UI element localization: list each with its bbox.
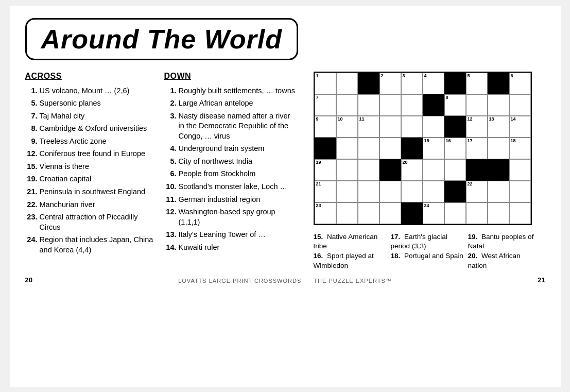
clue-number: 15. bbox=[314, 233, 325, 241]
white-cell[interactable] bbox=[488, 138, 509, 159]
white-cell[interactable]: 1 bbox=[315, 73, 336, 94]
white-cell[interactable]: 23 bbox=[315, 202, 336, 224]
white-cell[interactable]: 8 bbox=[444, 94, 466, 116]
white-cell[interactable] bbox=[358, 181, 379, 202]
white-cell[interactable]: 16 bbox=[444, 138, 466, 159]
white-cell[interactable] bbox=[379, 94, 401, 116]
white-cell[interactable]: 19 bbox=[315, 159, 336, 181]
white-cell[interactable] bbox=[379, 138, 401, 159]
across-clue-item: 24.Region that includes Japan, China and… bbox=[25, 235, 159, 255]
clue-text: Cambridge & Oxford universities bbox=[40, 124, 147, 134]
clue-text: Roughly built settlements, … towns bbox=[179, 86, 295, 96]
white-cell[interactable] bbox=[336, 94, 358, 116]
white-cell[interactable] bbox=[444, 202, 466, 224]
black-cell bbox=[423, 94, 444, 116]
down-title: DOWN bbox=[164, 72, 298, 81]
white-cell[interactable]: 7 bbox=[315, 94, 336, 116]
down-clue-item: 6.People from Stockholm bbox=[164, 169, 298, 179]
cell-number: 20 bbox=[403, 160, 408, 165]
white-cell[interactable] bbox=[488, 94, 509, 116]
cell-number: 7 bbox=[316, 95, 319, 100]
cell-number: 17 bbox=[468, 139, 473, 143]
white-cell[interactable]: 22 bbox=[466, 181, 488, 202]
clue-text: Peninsula in southwest England bbox=[40, 187, 146, 197]
white-cell[interactable]: 4 bbox=[423, 73, 444, 94]
white-cell[interactable] bbox=[358, 159, 379, 181]
white-cell[interactable] bbox=[358, 138, 379, 159]
white-cell[interactable]: 6 bbox=[509, 73, 531, 94]
clue-text: Washington-based spy group (1,1,1) bbox=[179, 207, 298, 227]
white-cell[interactable]: 24 bbox=[423, 202, 444, 224]
clue-text: Treeless Arctic zone bbox=[40, 137, 107, 147]
across-clue-item: 9.Treeless Arctic zone bbox=[25, 137, 159, 147]
white-cell[interactable] bbox=[423, 116, 444, 138]
black-cell bbox=[401, 202, 423, 224]
white-cell[interactable] bbox=[488, 202, 509, 224]
white-cell[interactable] bbox=[358, 94, 379, 116]
clue-number: 24. bbox=[25, 235, 40, 255]
white-cell[interactable]: 15 bbox=[423, 138, 444, 159]
cell-number: 3 bbox=[403, 74, 405, 78]
white-cell[interactable]: 5 bbox=[466, 73, 488, 94]
white-cell[interactable]: 12 bbox=[466, 116, 488, 138]
clue-number: 5. bbox=[164, 157, 179, 167]
white-cell[interactable] bbox=[509, 159, 531, 181]
clue-number: 14. bbox=[164, 243, 179, 253]
across-column: ACROSS 1.US volcano, Mount … (2,6)5.Supe… bbox=[25, 72, 164, 271]
across-clue-item: 8.Cambridge & Oxford universities bbox=[25, 124, 159, 134]
white-cell[interactable] bbox=[466, 94, 488, 116]
white-cell[interactable] bbox=[336, 73, 358, 94]
white-cell[interactable] bbox=[336, 181, 358, 202]
white-cell[interactable] bbox=[488, 181, 509, 202]
white-cell[interactable] bbox=[401, 181, 423, 202]
page-footer: 20 LOVATTS LARGE PRINT CROSSWORDS The pu… bbox=[25, 276, 545, 284]
white-cell[interactable] bbox=[336, 159, 358, 181]
white-cell[interactable] bbox=[509, 181, 531, 202]
clue-number: 12. bbox=[164, 207, 179, 227]
grid-row: 15161718 bbox=[315, 138, 531, 159]
white-cell[interactable]: 13 bbox=[488, 116, 509, 138]
white-cell[interactable]: 11 bbox=[358, 116, 379, 138]
white-cell[interactable] bbox=[336, 202, 358, 224]
bottom-clue-item: 20. West African nation bbox=[468, 251, 541, 271]
white-cell[interactable] bbox=[401, 94, 423, 116]
black-cell bbox=[466, 159, 488, 181]
grid-row: 78 bbox=[315, 94, 531, 116]
down-clue-item: 3.Nasty disease named after a river in t… bbox=[164, 111, 298, 142]
across-clue-item: 7.Taj Mahal city bbox=[25, 111, 159, 122]
bottom-clue-item: 18. Portugal and Spain bbox=[391, 251, 464, 261]
white-cell[interactable] bbox=[423, 159, 444, 181]
white-cell[interactable]: 10 bbox=[336, 116, 358, 138]
white-cell[interactable] bbox=[401, 116, 423, 138]
across-clue-item: 5.Supersonic planes bbox=[25, 98, 159, 109]
grid-row: 1920 bbox=[315, 159, 531, 181]
white-cell[interactable] bbox=[509, 94, 531, 116]
clue-text: Kuwaiti ruler bbox=[179, 243, 220, 253]
white-cell[interactable] bbox=[509, 202, 531, 224]
white-cell[interactable] bbox=[336, 138, 358, 159]
white-cell[interactable]: 17 bbox=[466, 138, 488, 159]
cell-number: 19 bbox=[316, 160, 321, 165]
white-cell[interactable]: 18 bbox=[509, 138, 531, 159]
white-cell[interactable]: 3 bbox=[401, 73, 423, 94]
white-cell[interactable]: 20 bbox=[401, 159, 423, 181]
down-column: DOWN 1.Roughly built settlements, … town… bbox=[164, 72, 303, 271]
across-clue-item: 23.Central attraction of Piccadilly Circ… bbox=[25, 212, 159, 232]
white-cell[interactable]: 9 bbox=[315, 116, 336, 138]
white-cell[interactable]: 2 bbox=[379, 73, 401, 94]
bottom-clue-group: 17. Earth's glacial period (3,3)18. Port… bbox=[391, 232, 468, 271]
white-cell[interactable] bbox=[379, 181, 401, 202]
white-cell[interactable] bbox=[444, 159, 466, 181]
white-cell[interactable] bbox=[379, 202, 401, 224]
white-cell[interactable]: 14 bbox=[509, 116, 531, 138]
white-cell[interactable] bbox=[466, 202, 488, 224]
white-cell[interactable] bbox=[423, 181, 444, 202]
clue-text: People from Stockholm bbox=[179, 169, 256, 179]
bottom-clue-item: 17. Earth's glacial period (3,3) bbox=[391, 232, 464, 252]
white-cell[interactable] bbox=[379, 116, 401, 138]
black-cell bbox=[401, 138, 423, 159]
clue-number: 1. bbox=[164, 86, 179, 96]
clue-number: 11. bbox=[164, 195, 179, 205]
white-cell[interactable]: 21 bbox=[315, 181, 336, 202]
white-cell[interactable] bbox=[358, 202, 379, 224]
